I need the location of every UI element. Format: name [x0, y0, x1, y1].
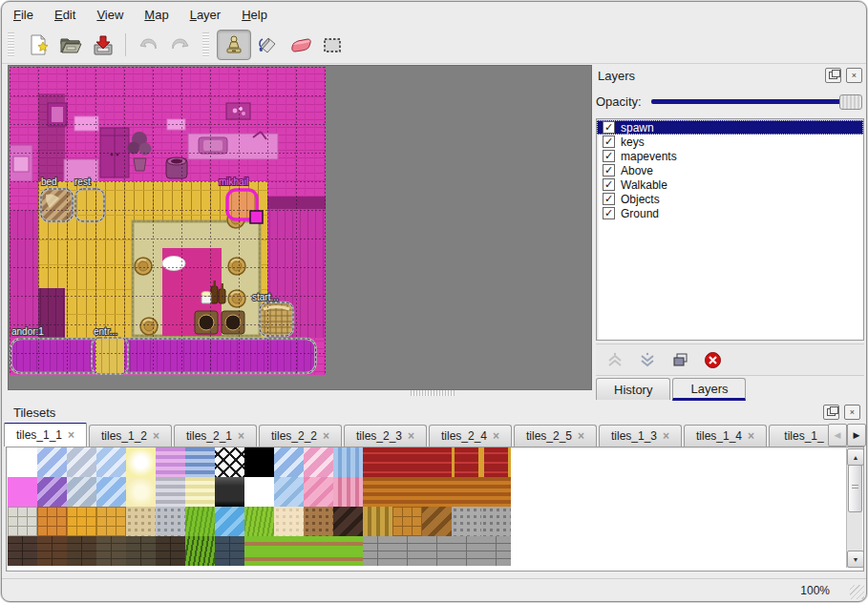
layer-row-Above[interactable]: ✓Above — [597, 163, 863, 177]
tile-2-2[interactable] — [67, 507, 96, 536]
tileset-view[interactable]: ▲ ▼ — [6, 447, 864, 572]
tile-0-5[interactable] — [156, 447, 185, 477]
layer-visibility-checkbox[interactable]: ✓ — [603, 178, 615, 191]
delete-layer-button[interactable] — [701, 348, 724, 371]
tileset-tab-tiles_2_5[interactable]: tiles_2_5× — [514, 425, 597, 447]
scroll-up-arrow[interactable]: ▲ — [847, 448, 864, 466]
horizontal-splitter-handle[interactable] — [411, 390, 455, 396]
tile-2-15[interactable] — [452, 507, 481, 536]
tile-0-10[interactable] — [304, 447, 333, 477]
tileset-tab-tiles_1_1[interactable]: tiles_1_1× — [4, 423, 87, 447]
open-file-button[interactable] — [54, 31, 87, 59]
tile-3-10[interactable] — [304, 536, 333, 566]
tile-2-11[interactable] — [333, 507, 363, 536]
layers-float-button[interactable] — [825, 68, 841, 83]
tile-1-13[interactable] — [392, 477, 422, 507]
tile-1-11[interactable] — [333, 477, 363, 507]
layer-row-mapevents[interactable]: ✓mapevents — [597, 149, 863, 163]
tile-1-9[interactable] — [274, 477, 304, 507]
tile-3-14[interactable] — [422, 536, 452, 566]
tile-3-0[interactable] — [8, 536, 37, 566]
close-tab-icon[interactable]: × — [748, 429, 754, 443]
tile-2-13[interactable] — [392, 507, 422, 536]
close-tab-icon[interactable]: × — [323, 429, 329, 443]
layer-row-Walkable[interactable]: ✓Walkable — [597, 177, 863, 192]
map-canvas[interactable]: bed rest mikhail start... entr... andor:… — [10, 67, 326, 375]
tile-0-16[interactable] — [481, 447, 511, 477]
tileset-vertical-scrollbar[interactable]: ▲ ▼ — [846, 448, 862, 568]
tile-3-5[interactable] — [156, 536, 185, 566]
tile-1-8[interactable] — [244, 477, 274, 507]
opacity-slider-track[interactable] — [651, 99, 862, 104]
tilesets-float-button[interactable] — [823, 405, 839, 420]
tile-0-2[interactable] — [67, 447, 96, 477]
scrollbar-thumb[interactable] — [848, 465, 862, 512]
close-tab-icon[interactable]: × — [408, 429, 414, 443]
tileset-tab-tiles_2_1[interactable]: tiles_2_1× — [174, 425, 257, 447]
tile-0-15[interactable] — [452, 447, 481, 477]
tile-0-14[interactable] — [422, 447, 452, 477]
tile-3-6[interactable] — [185, 536, 215, 566]
layer-row-spawn[interactable]: ✓spawn — [597, 120, 863, 135]
tile-1-16[interactable] — [481, 477, 511, 507]
tile-2-12[interactable] — [363, 507, 392, 536]
tile-1-2[interactable] — [67, 477, 96, 507]
menu-map[interactable]: Map — [144, 8, 168, 22]
close-tab-icon[interactable]: × — [493, 429, 499, 443]
tile-1-12[interactable] — [363, 477, 392, 507]
tile-3-7[interactable] — [215, 536, 244, 566]
tile-3-3[interactable] — [96, 536, 126, 566]
move-layer-up-button[interactable] — [603, 348, 626, 371]
layer-visibility-checkbox[interactable]: ✓ — [603, 207, 615, 219]
tile-0-9[interactable] — [274, 447, 304, 477]
map-view[interactable]: bed rest mikhail start... entr... andor:… — [8, 65, 592, 390]
tile-1-4[interactable] — [126, 477, 156, 507]
tile-2-8[interactable] — [244, 507, 274, 536]
menu-layer[interactable]: Layer — [190, 8, 222, 22]
tile-2-7[interactable] — [215, 507, 244, 536]
tile-0-6[interactable] — [185, 447, 215, 477]
tileset-tab-tiles_1_4[interactable]: tiles_1_4× — [684, 425, 767, 447]
toolbar-drag-handle-2[interactable] — [202, 32, 209, 57]
tile-3-1[interactable] — [37, 536, 67, 566]
layer-list[interactable]: ✓spawn✓keys✓mapevents✓Above✓Walkable✓Obj… — [596, 118, 864, 341]
tile-2-3[interactable] — [96, 507, 126, 536]
tile-0-8[interactable] — [244, 447, 274, 477]
layer-row-Objects[interactable]: ✓Objects — [597, 192, 863, 206]
tile-0-11[interactable] — [333, 447, 363, 477]
close-tab-icon[interactable]: × — [578, 429, 584, 443]
scroll-tabs-left-button[interactable]: ◀ — [828, 424, 847, 447]
tile-0-1[interactable] — [37, 447, 67, 477]
tile-0-7[interactable] — [215, 447, 244, 477]
opacity-slider[interactable] — [651, 94, 862, 109]
layer-visibility-checkbox[interactable]: ✓ — [603, 121, 615, 134]
rect-select-button[interactable] — [316, 31, 349, 59]
tile-2-1[interactable] — [37, 507, 67, 536]
close-tab-icon[interactable]: × — [68, 428, 74, 442]
tile-0-0[interactable] — [8, 447, 37, 477]
tile-2-6[interactable] — [185, 507, 215, 536]
tile-2-0[interactable] — [8, 507, 37, 536]
tile-3-9[interactable] — [274, 536, 304, 566]
tilesets-close-button[interactable]: × — [844, 405, 860, 420]
opacity-slider-handle[interactable] — [839, 94, 862, 110]
tile-0-13[interactable] — [392, 447, 422, 477]
tileset-tab-tiles_1_2[interactable]: tiles_1_2× — [89, 425, 172, 447]
layer-visibility-checkbox[interactable]: ✓ — [603, 193, 615, 205]
tileset-tab-tiles_2_3[interactable]: tiles_2_3× — [344, 425, 427, 447]
tile-1-3[interactable] — [96, 477, 126, 507]
menu-file[interactable]: File — [13, 8, 33, 22]
layer-visibility-checkbox[interactable]: ✓ — [603, 164, 615, 177]
duplicate-layer-button[interactable] — [668, 348, 691, 371]
move-layer-down-button[interactable] — [636, 348, 659, 371]
tile-1-0[interactable] — [8, 477, 37, 507]
scroll-down-arrow[interactable]: ▼ — [847, 551, 864, 568]
menu-view[interactable]: View — [96, 8, 123, 22]
menu-help[interactable]: Help — [242, 8, 267, 22]
tile-3-8[interactable] — [244, 536, 274, 566]
scroll-tabs-right-button[interactable]: ▶ — [847, 424, 866, 447]
tile-2-9[interactable] — [274, 507, 304, 536]
tile-3-16[interactable] — [481, 536, 511, 566]
tile-2-5[interactable] — [156, 507, 185, 536]
layers-close-button[interactable]: × — [846, 68, 862, 83]
